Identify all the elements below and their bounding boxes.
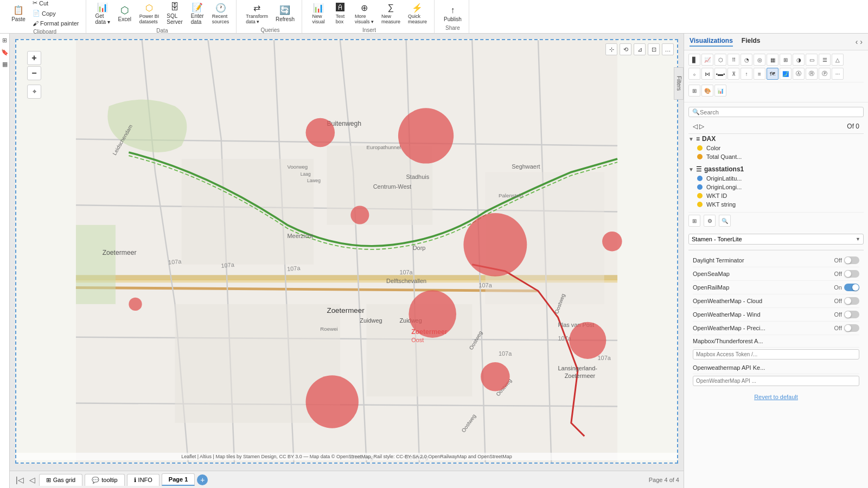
toggle-openrailmap[interactable]: On [834,284,859,291]
tree-child-originlong[interactable]: OriginLongi... [688,183,864,191]
of-badge-arrows[interactable]: ◁ ▷ [693,123,704,130]
viz-donut[interactable]: ◎ [754,54,765,66]
revert-button[interactable]: Revert to default [749,391,803,402]
tab-visualizations[interactable]: Visualizations [690,37,733,47]
toggle-openseamap-track[interactable] [844,270,859,278]
viz-scatter[interactable]: ⠿ [727,54,739,66]
left-icon-pages[interactable]: ⊞ [1,36,9,44]
new-visual-button[interactable]: 📊 Newvisual [309,0,328,26]
tab-gas-grid[interactable]: ⊞ Gas grid [39,474,83,486]
new-measure-button[interactable]: ∑ Newmeasure [379,0,403,26]
add-page-button[interactable]: + [197,474,208,485]
fields-search-input[interactable] [700,109,860,115]
zoom-in-button[interactable]: + [27,51,41,65]
tab-page1[interactable]: Page 1 [162,473,195,486]
viz-analytics[interactable]: 📊 [714,85,726,97]
ribbon-clipboard-items: 📋 Paste ✂ Cut 📄 Copy 🖌 Format painter [9,0,81,28]
get-data-button[interactable]: 📊 Getdata ▾ [93,0,113,27]
stamen-select[interactable]: Stamen - TonerLite Stamen - Toner OpenSt… [688,234,864,245]
dax-header[interactable]: ▼ ≡ DAX [688,134,864,144]
viz-kpi[interactable]: ↑ [741,68,752,80]
map-icon-format[interactable]: ⚙ [704,215,716,227]
panel-arrow-right[interactable]: › [860,37,863,46]
enter-data-button[interactable]: 📝 Enterdata [188,0,207,27]
left-icon-selection[interactable]: ▦ [1,60,9,68]
recent-sources-button[interactable]: 🕐 Recentsources [209,0,232,26]
copy-button[interactable]: 📄 Copy [30,9,81,18]
text-box-button[interactable]: 🅰 Textbox [330,0,350,26]
viz-table[interactable]: ☰ [819,54,831,66]
map-icon-magnifier[interactable]: 🔍 [719,215,731,227]
power-bi-datasets-button[interactable]: ⬡ Power BIdatasets [137,0,162,26]
viz-matrix[interactable]: ⊞ [780,54,792,66]
toggle-daylight[interactable]: Off [834,256,859,264]
zoom-out-button[interactable]: − [27,66,41,80]
viz-funnel[interactable]: △ [832,54,844,66]
toggle-owm-cloud-track[interactable] [844,297,859,305]
toggle-owm-preci[interactable]: Off [834,324,859,332]
viz-map-active[interactable]: 🗺 [767,68,778,80]
toggle-owm-wind-track[interactable] [844,311,859,318]
owm-api-input[interactable] [693,376,859,386]
viz-ribbon[interactable]: ⋈ [701,68,713,80]
toggle-daylight-track[interactable] [844,256,859,264]
viz-combo[interactable]: ⊼ [727,68,739,80]
sql-server-button[interactable]: 🗄 SQLServer [164,0,185,27]
page-first-btn[interactable]: |◁ [14,476,25,484]
viz-azure-map[interactable]: Ⓐ [793,68,805,80]
viz-slicer[interactable]: ≡ [754,68,765,80]
filters-toggle[interactable]: Filters [674,67,684,100]
toggle-owm-cloud[interactable]: Off [834,297,859,305]
more-visuals-button[interactable]: ⊕ Morevisuals ▾ [352,0,376,26]
tree-section-dax: ▼ ≡ DAX Color Total Quant... [688,134,864,161]
viz-filled-map[interactable]: 🗾 [780,68,792,80]
viz-treemap[interactable]: ▦ [767,54,778,66]
viz-format[interactable]: 🎨 [701,85,713,97]
viz-bar-chart[interactable]: ▊ [688,54,700,66]
viz-histogram[interactable]: ▪▬▪ [714,68,726,80]
viz-area-chart[interactable]: ⬡ [714,54,726,66]
fields-search-row[interactable]: 🔍 [688,107,864,117]
viz-python[interactable]: Ⓟ [819,68,831,80]
tab-info[interactable]: ℹ INFO [127,474,159,486]
transform-data-button[interactable]: ⇄ Transformdata ▾ [243,0,271,26]
tree-child-color[interactable]: Color [688,144,864,152]
tree-child-total-quant[interactable]: Total Quant... [688,152,864,161]
paste-button[interactable]: 📋 Paste [9,3,28,24]
tab-tooltip[interactable]: 💬 tooltip [85,474,124,486]
page-prev-btn[interactable]: ◁ [28,476,37,484]
toggle-openseamap[interactable]: Off [834,270,859,278]
viz-field-wells[interactable]: ⊞ [688,85,700,97]
viz-r-visual[interactable]: Ⓡ [806,68,818,80]
viz-line-chart[interactable]: 📈 [701,54,713,66]
viz-gauge[interactable]: ◑ [793,54,805,66]
gasstations-header[interactable]: ▼ ☰ gasstations1 [688,164,864,174]
viz-more[interactable]: ··· [832,68,844,80]
left-icon-bookmarks[interactable]: 🔖 [1,48,9,56]
mapbox-token-input[interactable] [693,349,859,359]
publish-button[interactable]: ↑ Publish [441,3,464,24]
map-icon-table[interactable]: ⊞ [688,215,700,227]
tab-fields[interactable]: Fields [742,37,761,47]
map-focus-icon[interactable]: ⊡ [648,43,660,55]
quick-measure-button[interactable]: ⚡ Quickmeasure [405,0,430,26]
cut-button[interactable]: ✂ Cut [30,0,81,8]
viz-pie[interactable]: ◔ [741,54,752,66]
toggle-owm-preci-track[interactable] [844,324,859,332]
toggle-openrailmap-track[interactable] [844,284,859,291]
panel-arrow-left[interactable]: ‹ [856,37,858,46]
map-filter-icon[interactable]: ⊿ [634,43,646,55]
tree-child-originlat[interactable]: OriginLatitu... [688,174,864,183]
tree-child-wkt-id[interactable]: WKT ID [688,191,864,200]
toggle-owm-wind[interactable]: Off [834,311,859,318]
viz-waterfall[interactable]: ⬦ [688,68,700,80]
map-zoom-icon: ⟲ [620,43,631,55]
viz-card[interactable]: ▭ [806,54,818,66]
tree-child-wkt-string[interactable]: WKT string [688,200,864,209]
excel-button[interactable]: ⬡ Excel [115,3,135,24]
originlong-icon [697,184,703,190]
format-painter-button[interactable]: 🖌 Format painter [30,19,81,28]
map-search-button[interactable]: ⌖ [27,85,41,99]
refresh-button[interactable]: 🔄 Refresh [273,3,297,24]
map-ellipsis-icon[interactable]: … [662,43,674,55]
